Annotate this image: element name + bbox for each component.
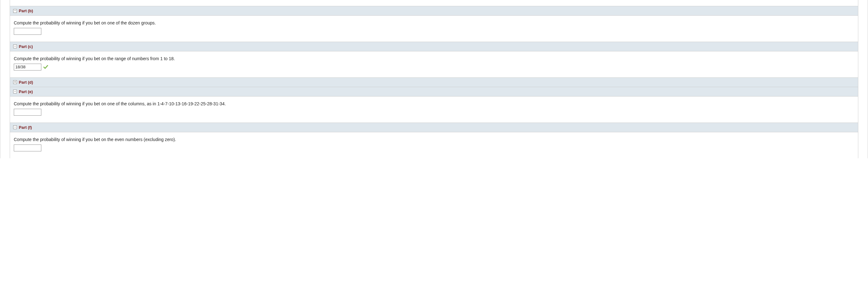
collapse-icon: − [13, 90, 17, 93]
part-c-body: Compute the probability of winning if yo… [10, 51, 858, 78]
part-c-label: Part (c) [19, 44, 33, 49]
part-e-label: Part (e) [19, 89, 33, 94]
part-c-header[interactable]: − Part (c) [10, 42, 858, 51]
collapse-icon: − [13, 45, 17, 48]
part-e-header[interactable]: − Part (e) [10, 87, 858, 96]
part-b-label: Part (b) [19, 8, 33, 13]
part-e-input[interactable] [14, 109, 41, 116]
part-b-input[interactable] [14, 28, 41, 35]
part-b-body: Compute the probability of winning if yo… [10, 16, 858, 42]
part-f-body: Compute the probability of winning if yo… [10, 132, 858, 158]
expand-icon: + [13, 80, 17, 84]
part-d-label: Part (d) [19, 80, 33, 85]
collapse-icon: − [13, 9, 17, 13]
part-d-header[interactable]: + Part (d) [10, 78, 858, 87]
part-f-label: Part (f) [19, 125, 32, 130]
checkmark-icon [43, 65, 48, 69]
part-f-question: Compute the probability of winning if yo… [14, 137, 854, 143]
collapse-icon: − [13, 125, 17, 129]
part-e-body: Compute the probability of winning if yo… [10, 96, 858, 122]
part-c-input[interactable] [14, 64, 41, 70]
part-c-question: Compute the probability of winning if yo… [14, 56, 854, 62]
part-f-input[interactable] [14, 145, 41, 151]
part-f-header[interactable]: − Part (f) [10, 122, 858, 132]
part-b-header[interactable]: − Part (b) [10, 6, 858, 16]
part-e-question: Compute the probability of winning if yo… [14, 101, 854, 107]
part-b-question: Compute the probability of winning if yo… [14, 20, 854, 26]
